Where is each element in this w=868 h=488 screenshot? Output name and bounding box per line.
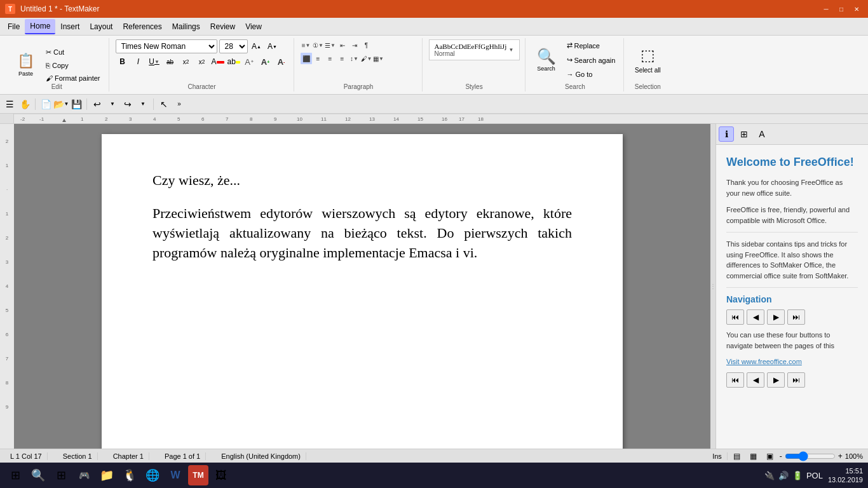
font-name-select[interactable]: Times New Roman [116, 39, 217, 53]
zoom-slider[interactable] [785, 451, 836, 461]
select-all-icon[interactable]: ⬚ [641, 46, 655, 64]
highlight-button[interactable]: ab [227, 55, 241, 68]
taskbar-apps-icon[interactable]: ⊞ [51, 465, 71, 485]
maximize-button[interactable]: □ [835, 4, 848, 14]
close-button[interactable]: ✕ [850, 4, 863, 14]
menu-references[interactable]: References [118, 20, 166, 34]
sidebar-styles-button[interactable]: A [754, 126, 770, 142]
replace-button[interactable]: ⇄ Replace [564, 39, 619, 51]
taskbar-word-icon[interactable]: W [165, 465, 186, 485]
nav-first-button-2[interactable]: ⏮ [726, 372, 744, 388]
save-document-button[interactable]: 💾 [69, 97, 83, 111]
strikethrough-button[interactable]: ab [163, 55, 177, 68]
cut-button[interactable]: ✂ Cut [43, 46, 104, 58]
numbered-list-button[interactable]: ①▼ [313, 39, 324, 51]
styles-preview[interactable]: AaBbCcDdEeFfGgHhIiJj Normal ▼ [429, 39, 520, 60]
outline-list-button[interactable]: ☰▼ [325, 39, 336, 51]
align-right-button[interactable]: ≡ [325, 53, 336, 64]
menu-insert[interactable]: Insert [55, 20, 85, 34]
search-group-label: Search [527, 83, 624, 92]
toolbar-sep-2 [86, 98, 87, 110]
taskbar-unknown1-icon[interactable]: 🐧 [119, 465, 140, 485]
borders-button[interactable]: ▦▼ [373, 53, 384, 64]
menu-home[interactable]: Home [25, 19, 55, 34]
undo-button[interactable]: ↩ [90, 97, 104, 111]
menu-file[interactable]: File [3, 20, 25, 34]
list-row: ≡▼ ①▼ ☰▼ ⇤ ⇥ ¶ [301, 39, 417, 51]
line-spacing-button[interactable]: ↕▼ [349, 53, 360, 64]
svg-text:2: 2 [6, 235, 9, 241]
document-area[interactable]: Czy wiesz, że... Przeciwieństwem edytoró… [14, 124, 710, 449]
redo-button[interactable]: ↪ [121, 97, 135, 111]
toolbar-hand-button[interactable]: ✋ [18, 97, 32, 111]
nav-next-button-2[interactable]: ▶ [767, 372, 785, 388]
nav-next-button[interactable]: ▶ [767, 309, 785, 325]
sidebar-collapse-handle[interactable]: ⋮ [710, 124, 715, 449]
taskbar-textmaker-icon[interactable]: TM [188, 465, 208, 485]
font-shrink2-button[interactable]: A- [275, 55, 288, 68]
shading-button[interactable]: 🖌▼ [361, 53, 372, 64]
undo-dropdown[interactable]: ▼ [105, 97, 119, 111]
menu-review[interactable]: Review [205, 20, 240, 34]
more-tools-button[interactable]: » [172, 97, 186, 111]
cursor-button[interactable]: ↖ [157, 97, 171, 111]
toolbar-sep-1 [35, 98, 36, 110]
window-controls: ─ □ ✕ [820, 4, 863, 14]
menu-mailings[interactable]: Mailings [167, 20, 205, 34]
taskbar-search-icon[interactable]: 🔍 [28, 465, 48, 485]
menu-view[interactable]: View [240, 20, 267, 34]
align-justify-button[interactable]: ≡ [337, 53, 348, 64]
nav-prev-button-2[interactable]: ◀ [747, 372, 764, 388]
new-document-button[interactable]: 📄 [39, 97, 53, 111]
search-again-button[interactable]: ↪ Search again [564, 54, 619, 66]
nav-last-button-2[interactable]: ⏭ [787, 372, 805, 388]
indent-decrease-button[interactable]: ⇤ [337, 39, 348, 51]
format-painter-button[interactable]: 🖌 Format painter [43, 72, 104, 84]
document-page[interactable]: Czy wiesz, że... Przeciwieństwem edytoró… [102, 134, 623, 449]
superscript-button[interactable]: x2 [195, 55, 209, 68]
font-grow-button[interactable]: A▲ [250, 40, 264, 53]
taskbar-photos-icon[interactable]: 🖼 [211, 465, 231, 485]
nav-prev-button[interactable]: ◀ [747, 309, 764, 325]
italic-button[interactable]: I [132, 55, 146, 68]
font-size-select[interactable]: 28 [219, 39, 248, 53]
toolbar-menu-button[interactable]: ☰ [3, 97, 17, 111]
open-document-button[interactable]: 📂▼ [54, 97, 68, 111]
taskbar-time[interactable]: 15:51 13.02.2019 [828, 466, 863, 485]
font-grow2-button[interactable]: A+ [259, 55, 273, 68]
taskbar-slingplayer-icon[interactable]: 🎮 [74, 465, 94, 485]
title-bar-left: T Untitled 1 * - TextMaker [5, 4, 100, 14]
view-web-button[interactable]: ▣ [763, 450, 777, 463]
font-shrink-button[interactable]: A▼ [266, 40, 280, 53]
bullet-list-button[interactable]: ≡▼ [301, 39, 312, 51]
paragraph-marks-button[interactable]: ¶ [361, 39, 372, 51]
goto-label: Go to [576, 71, 593, 78]
indent-increase-button[interactable]: ⇥ [349, 39, 360, 51]
nav-first-button[interactable]: ⏮ [726, 309, 744, 325]
font-color-button[interactable]: A [211, 55, 225, 68]
minimize-button[interactable]: ─ [820, 4, 832, 14]
bold-button[interactable]: B [116, 55, 130, 68]
paste-button[interactable]: 📋 Paste [10, 48, 41, 81]
search-button[interactable]: 🔍 Search [532, 45, 561, 74]
goto-button[interactable]: → Go to [564, 69, 619, 80]
freeoffice-link[interactable]: Visit www.freeoffice.com [726, 358, 802, 365]
menu-layout[interactable]: Layout [85, 20, 118, 34]
nav-last-button[interactable]: ⏭ [787, 309, 805, 325]
copy-button[interactable]: ⎘ Copy [43, 60, 104, 71]
view-layout-button[interactable]: ▦ [747, 450, 761, 463]
sidebar-para1: Thank you for choosing FreeOffice as you… [726, 177, 858, 198]
menu-bar: File Home Insert Layout References Maili… [0, 18, 868, 36]
underline-button[interactable]: U ▼ [147, 55, 161, 68]
start-button[interactable]: ⊞ [5, 465, 25, 485]
view-normal-button[interactable]: ▤ [730, 450, 744, 463]
taskbar-browser-icon[interactable]: 🌐 [142, 465, 163, 485]
sidebar-info-button[interactable]: ℹ [719, 126, 734, 142]
align-center-button[interactable]: ≡ [313, 53, 324, 64]
align-left-button[interactable]: ⬛ [301, 53, 312, 64]
subscript-button[interactable]: x2 [179, 55, 193, 68]
text-effects-button[interactable]: A✦ [243, 55, 257, 68]
taskbar-folder-icon[interactable]: 📁 [97, 465, 117, 485]
redo-dropdown[interactable]: ▼ [136, 97, 150, 111]
sidebar-navigator-button[interactable]: ⊞ [736, 126, 752, 142]
